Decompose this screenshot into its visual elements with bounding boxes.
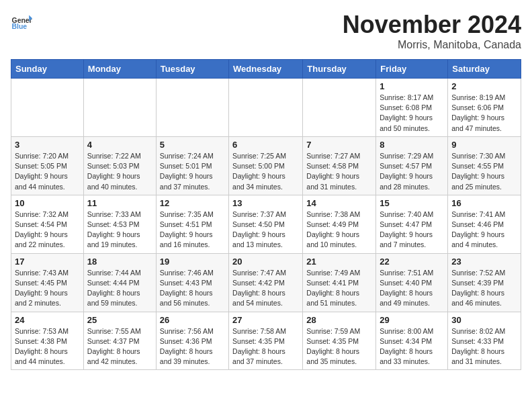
day-number: 13 [232,198,299,208]
day-number: 9 [451,140,517,150]
location-title: Morris, Manitoba, Canada [343,39,521,51]
day-number: 2 [451,81,517,91]
logo-icon: General Blue [11,11,32,32]
day-header-wednesday: Wednesday [229,60,303,79]
day-number: 29 [380,315,444,325]
day-info: Sunrise: 7:38 AM Sunset: 4:49 PM Dayligh… [306,210,372,250]
calendar-cell [11,79,84,137]
day-info: Sunrise: 7:49 AM Sunset: 4:41 PM Dayligh… [306,268,372,309]
day-info: Sunrise: 7:56 AM Sunset: 4:36 PM Dayligh… [160,326,225,367]
calendar-cell: 2Sunrise: 8:19 AM Sunset: 6:06 PM Daylig… [448,79,521,137]
day-info: Sunrise: 7:33 AM Sunset: 4:53 PM Dayligh… [87,210,152,250]
day-info: Sunrise: 7:35 AM Sunset: 4:51 PM Dayligh… [160,210,225,250]
calendar-cell: 3Sunrise: 7:20 AM Sunset: 5:05 PM Daylig… [11,136,84,195]
day-info: Sunrise: 7:40 AM Sunset: 4:47 PM Dayligh… [380,210,444,250]
calendar-cell: 18Sunrise: 7:44 AM Sunset: 4:44 PM Dayli… [83,253,156,312]
calendar-cell: 10Sunrise: 7:32 AM Sunset: 4:54 PM Dayli… [11,195,84,253]
day-number: 16 [451,198,517,208]
calendar-table: SundayMondayTuesdayWednesdayThursdayFrid… [11,59,521,370]
day-number: 21 [306,257,372,267]
calendar-cell: 29Sunrise: 8:00 AM Sunset: 4:34 PM Dayli… [376,312,448,370]
header-row: SundayMondayTuesdayWednesdayThursdayFrid… [11,60,521,79]
calendar-cell: 4Sunrise: 7:22 AM Sunset: 5:03 PM Daylig… [83,136,156,195]
calendar-cell: 27Sunrise: 7:58 AM Sunset: 4:35 PM Dayli… [229,312,303,370]
day-info: Sunrise: 7:51 AM Sunset: 4:40 PM Dayligh… [380,268,444,309]
month-title: November 2024 [343,11,521,39]
day-info: Sunrise: 7:53 AM Sunset: 4:38 PM Dayligh… [15,326,80,367]
calendar-cell [156,79,228,137]
day-number: 8 [380,140,444,150]
day-number: 3 [15,140,80,150]
calendar-cell: 22Sunrise: 7:51 AM Sunset: 4:40 PM Dayli… [376,253,448,312]
week-row-5: 24Sunrise: 7:53 AM Sunset: 4:38 PM Dayli… [11,312,521,370]
calendar-cell: 30Sunrise: 8:02 AM Sunset: 4:33 PM Dayli… [448,312,521,370]
day-info: Sunrise: 7:55 AM Sunset: 4:37 PM Dayligh… [87,326,152,367]
calendar-cell: 8Sunrise: 7:29 AM Sunset: 4:57 PM Daylig… [376,136,448,195]
calendar-cell: 14Sunrise: 7:38 AM Sunset: 4:49 PM Dayli… [303,195,376,253]
day-info: Sunrise: 8:02 AM Sunset: 4:33 PM Dayligh… [451,326,517,367]
calendar-cell: 23Sunrise: 7:52 AM Sunset: 4:39 PM Dayli… [448,253,521,312]
day-number: 5 [160,140,225,150]
week-row-1: 1Sunrise: 8:17 AM Sunset: 6:08 PM Daylig… [11,79,521,137]
calendar-cell: 9Sunrise: 7:30 AM Sunset: 4:55 PM Daylig… [448,136,521,195]
logo: General Blue [11,11,32,32]
day-info: Sunrise: 8:19 AM Sunset: 6:06 PM Dayligh… [451,93,517,134]
week-row-4: 17Sunrise: 7:43 AM Sunset: 4:45 PM Dayli… [11,253,521,312]
calendar-cell: 26Sunrise: 7:56 AM Sunset: 4:36 PM Dayli… [156,312,228,370]
calendar-cell: 1Sunrise: 8:17 AM Sunset: 6:08 PM Daylig… [376,79,448,137]
day-number: 27 [232,315,299,325]
day-number: 7 [306,140,372,150]
calendar-cell: 20Sunrise: 7:47 AM Sunset: 4:42 PM Dayli… [229,253,303,312]
day-number: 22 [380,257,444,267]
calendar-cell: 5Sunrise: 7:24 AM Sunset: 5:01 PM Daylig… [156,136,228,195]
day-info: Sunrise: 7:25 AM Sunset: 5:00 PM Dayligh… [232,151,299,192]
day-info: Sunrise: 7:59 AM Sunset: 4:35 PM Dayligh… [306,326,372,367]
calendar-cell: 17Sunrise: 7:43 AM Sunset: 4:45 PM Dayli… [11,253,84,312]
day-info: Sunrise: 7:46 AM Sunset: 4:43 PM Dayligh… [160,268,225,309]
day-info: Sunrise: 7:32 AM Sunset: 4:54 PM Dayligh… [15,210,80,250]
day-info: Sunrise: 7:41 AM Sunset: 4:46 PM Dayligh… [451,210,517,250]
day-number: 10 [15,198,80,208]
day-header-thursday: Thursday [303,60,376,79]
day-number: 18 [87,257,152,267]
calendar-cell: 15Sunrise: 7:40 AM Sunset: 4:47 PM Dayli… [376,195,448,253]
calendar-cell: 11Sunrise: 7:33 AM Sunset: 4:53 PM Dayli… [83,195,156,253]
calendar-cell: 21Sunrise: 7:49 AM Sunset: 4:41 PM Dayli… [303,253,376,312]
day-number: 14 [306,198,372,208]
calendar-cell: 12Sunrise: 7:35 AM Sunset: 4:51 PM Dayli… [156,195,228,253]
calendar-cell: 25Sunrise: 7:55 AM Sunset: 4:37 PM Dayli… [83,312,156,370]
day-info: Sunrise: 7:29 AM Sunset: 4:57 PM Dayligh… [380,151,444,192]
day-number: 15 [380,198,444,208]
day-header-monday: Monday [83,60,156,79]
day-info: Sunrise: 7:44 AM Sunset: 4:44 PM Dayligh… [87,268,152,309]
day-info: Sunrise: 7:43 AM Sunset: 4:45 PM Dayligh… [15,268,80,309]
week-row-2: 3Sunrise: 7:20 AM Sunset: 5:05 PM Daylig… [11,136,521,195]
week-row-3: 10Sunrise: 7:32 AM Sunset: 4:54 PM Dayli… [11,195,521,253]
day-header-friday: Friday [376,60,448,79]
day-header-tuesday: Tuesday [156,60,228,79]
calendar-cell: 7Sunrise: 7:27 AM Sunset: 4:58 PM Daylig… [303,136,376,195]
day-number: 17 [15,257,80,267]
day-number: 6 [232,140,299,150]
day-info: Sunrise: 7:58 AM Sunset: 4:35 PM Dayligh… [232,326,299,367]
calendar-cell [83,79,156,137]
day-number: 19 [160,257,225,267]
day-info: Sunrise: 7:20 AM Sunset: 5:05 PM Dayligh… [15,151,80,192]
svg-text:Blue: Blue [12,23,28,30]
day-info: Sunrise: 7:22 AM Sunset: 5:03 PM Dayligh… [87,151,152,192]
calendar-cell: 24Sunrise: 7:53 AM Sunset: 4:38 PM Dayli… [11,312,84,370]
calendar-cell: 16Sunrise: 7:41 AM Sunset: 4:46 PM Dayli… [448,195,521,253]
day-info: Sunrise: 8:00 AM Sunset: 4:34 PM Dayligh… [380,326,444,367]
day-number: 28 [306,315,372,325]
header: General Blue November 2024 Morris, Manit… [11,11,521,51]
day-number: 20 [232,257,299,267]
day-number: 11 [87,198,152,208]
day-info: Sunrise: 7:30 AM Sunset: 4:55 PM Dayligh… [451,151,517,192]
day-info: Sunrise: 7:37 AM Sunset: 4:50 PM Dayligh… [232,210,299,250]
title-area: November 2024 Morris, Manitoba, Canada [343,11,521,51]
day-header-saturday: Saturday [448,60,521,79]
day-info: Sunrise: 7:47 AM Sunset: 4:42 PM Dayligh… [232,268,299,309]
day-number: 25 [87,315,152,325]
day-info: Sunrise: 7:52 AM Sunset: 4:39 PM Dayligh… [451,268,517,309]
calendar-cell: 6Sunrise: 7:25 AM Sunset: 5:00 PM Daylig… [229,136,303,195]
